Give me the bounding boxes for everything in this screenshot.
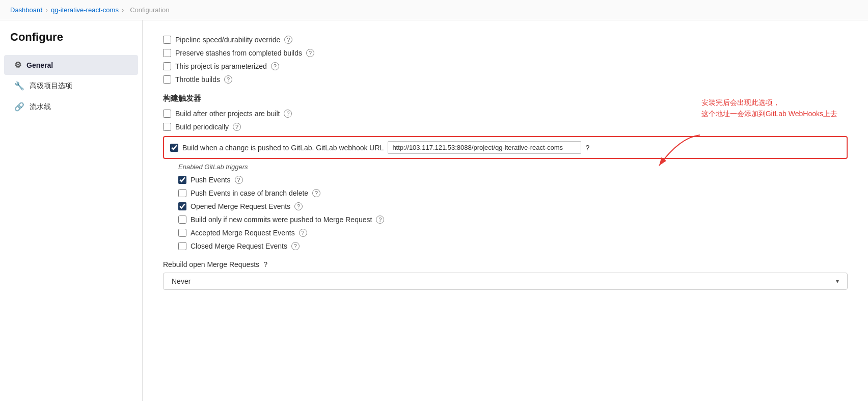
- sidebar-item-pipeline-label: 流水线: [30, 102, 51, 112]
- build-periodically-text: Build periodically: [175, 123, 229, 131]
- build-new-commits-checkbox[interactable]: [178, 216, 186, 224]
- sidebar-item-advanced[interactable]: 🔧 高级项目选项: [4, 76, 138, 96]
- pipeline-speed-text: Pipeline speed/durability override: [175, 36, 280, 44]
- closed-merge-request-checkbox[interactable]: [178, 242, 186, 250]
- parameterized-checkbox[interactable]: [163, 62, 171, 70]
- closed-merge-request-text: Closed Merge Request Events: [191, 242, 287, 250]
- build-when-pushed-text: Build when a change is pushed to GitLab.…: [182, 144, 384, 152]
- push-branch-delete-checkbox[interactable]: [178, 189, 186, 197]
- build-new-commits-label[interactable]: Build only if new commits were pushed to…: [178, 216, 372, 224]
- build-when-pushed-row: Build when a change is pushed to GitLab.…: [163, 136, 848, 159]
- build-new-commits-text: Build only if new commits were pushed to…: [191, 216, 372, 224]
- preserve-stashes-help[interactable]: ?: [306, 49, 314, 57]
- main-content: 安装完后会出现此选项， 这个地址一会添加到GitLab WebHooks上去 P…: [143, 20, 868, 401]
- build-periodically-row: Build periodically ?: [163, 123, 848, 131]
- build-new-commits-row: Build only if new commits were pushed to…: [178, 216, 848, 224]
- throttle-label[interactable]: Throttle builds: [163, 75, 220, 84]
- build-after-row: Build after other projects are built ?: [163, 110, 848, 118]
- preserve-stashes-row: Preserve stashes from completed builds ?: [163, 49, 848, 57]
- rebuild-dropdown-value: Never: [172, 277, 191, 285]
- rebuild-dropdown[interactable]: Never ▾: [163, 273, 848, 290]
- sidebar-item-general[interactable]: ⚙ General: [4, 55, 138, 75]
- rebuild-help[interactable]: ?: [263, 260, 267, 268]
- preserve-stashes-checkbox[interactable]: [163, 49, 171, 57]
- build-after-label[interactable]: Build after other projects are built: [163, 110, 280, 118]
- closed-merge-request-help[interactable]: ?: [291, 242, 300, 250]
- gitlab-triggers-label: Enabled GitLab triggers: [178, 163, 848, 171]
- build-periodically-checkbox[interactable]: [163, 123, 171, 131]
- push-branch-delete-help[interactable]: ?: [312, 189, 320, 197]
- preserve-stashes-label[interactable]: Preserve stashes from completed builds: [163, 49, 302, 57]
- opened-merge-request-help[interactable]: ?: [294, 202, 303, 210]
- parameterized-text: This project is parameterized: [175, 62, 267, 70]
- preserve-stashes-text: Preserve stashes from completed builds: [175, 49, 302, 57]
- chevron-down-icon: ▾: [836, 278, 839, 285]
- breadcrumb-project[interactable]: qg-iterative-react-coms: [51, 6, 119, 14]
- push-events-help[interactable]: ?: [235, 176, 243, 184]
- closed-merge-request-label[interactable]: Closed Merge Request Events: [178, 242, 287, 250]
- sidebar-item-pipeline[interactable]: 🔗 流水线: [4, 97, 138, 117]
- sidebar-title: Configure: [0, 31, 142, 54]
- throttle-text: Throttle builds: [175, 75, 220, 84]
- throttle-help[interactable]: ?: [224, 75, 232, 84]
- build-new-commits-help[interactable]: ?: [376, 216, 384, 224]
- pipeline-speed-label[interactable]: Pipeline speed/durability override: [163, 36, 280, 44]
- build-when-pushed-checkbox[interactable]: [170, 144, 178, 152]
- opened-merge-request-checkbox[interactable]: [178, 202, 186, 210]
- pipeline-icon: 🔗: [14, 102, 24, 112]
- push-branch-delete-text: Push Events in case of branch delete: [191, 189, 308, 197]
- rebuild-label: Rebuild open Merge Requests: [163, 260, 259, 268]
- sidebar-item-general-label: General: [26, 61, 53, 69]
- sidebar: Configure ⚙ General 🔧 高级项目选项 🔗 流水线: [0, 20, 143, 401]
- parameterized-label[interactable]: This project is parameterized: [163, 62, 267, 70]
- push-events-checkbox[interactable]: [178, 176, 186, 184]
- closed-merge-request-row: Closed Merge Request Events ?: [178, 242, 848, 250]
- opened-merge-request-row: Opened Merge Request Events ?: [178, 202, 848, 210]
- build-triggers-section-label: 构建触发器: [163, 94, 848, 103]
- pipeline-speed-row: Pipeline speed/durability override ?: [163, 36, 848, 44]
- build-periodically-help[interactable]: ?: [233, 123, 241, 131]
- push-events-text: Push Events: [191, 176, 231, 184]
- breadcrumb-current: Configuration: [130, 6, 169, 14]
- sidebar-item-advanced-label: 高级项目选项: [30, 82, 72, 91]
- accepted-merge-request-label[interactable]: Accepted Merge Request Events: [178, 229, 295, 237]
- rebuild-label-row: Rebuild open Merge Requests ?: [163, 260, 848, 268]
- push-branch-delete-row: Push Events in case of branch delete ?: [178, 189, 848, 197]
- pipeline-speed-help[interactable]: ?: [284, 36, 292, 44]
- push-events-label[interactable]: Push Events: [178, 176, 231, 184]
- accepted-merge-request-row: Accepted Merge Request Events ?: [178, 229, 848, 237]
- build-periodically-label[interactable]: Build periodically: [163, 123, 229, 131]
- parameterized-help[interactable]: ?: [271, 62, 279, 70]
- accepted-merge-request-text: Accepted Merge Request Events: [191, 229, 295, 237]
- push-events-row: Push Events ?: [178, 176, 848, 184]
- accepted-merge-request-checkbox[interactable]: [178, 229, 186, 237]
- build-after-text: Build after other projects are built: [175, 110, 280, 118]
- webhook-url-input[interactable]: [388, 141, 581, 154]
- build-after-checkbox[interactable]: [163, 110, 171, 118]
- throttle-checkbox[interactable]: [163, 75, 171, 84]
- parameterized-row: This project is parameterized ?: [163, 62, 848, 70]
- gear-icon: ⚙: [14, 60, 21, 70]
- opened-merge-request-label[interactable]: Opened Merge Request Events: [178, 202, 290, 210]
- push-branch-delete-label[interactable]: Push Events in case of branch delete: [178, 189, 308, 197]
- build-when-pushed-help[interactable]: ?: [585, 144, 589, 152]
- pipeline-speed-checkbox[interactable]: [163, 36, 171, 44]
- opened-merge-request-text: Opened Merge Request Events: [191, 202, 290, 210]
- build-after-help[interactable]: ?: [284, 110, 292, 118]
- accepted-merge-request-help[interactable]: ?: [299, 229, 307, 237]
- wrench-icon: 🔧: [14, 81, 24, 91]
- breadcrumb-dashboard[interactable]: Dashboard: [10, 6, 43, 14]
- breadcrumb: Dashboard › qg-iterative-react-coms › Co…: [0, 0, 868, 20]
- rebuild-section: Rebuild open Merge Requests ? Never ▾: [163, 260, 848, 290]
- throttle-row: Throttle builds ?: [163, 75, 848, 84]
